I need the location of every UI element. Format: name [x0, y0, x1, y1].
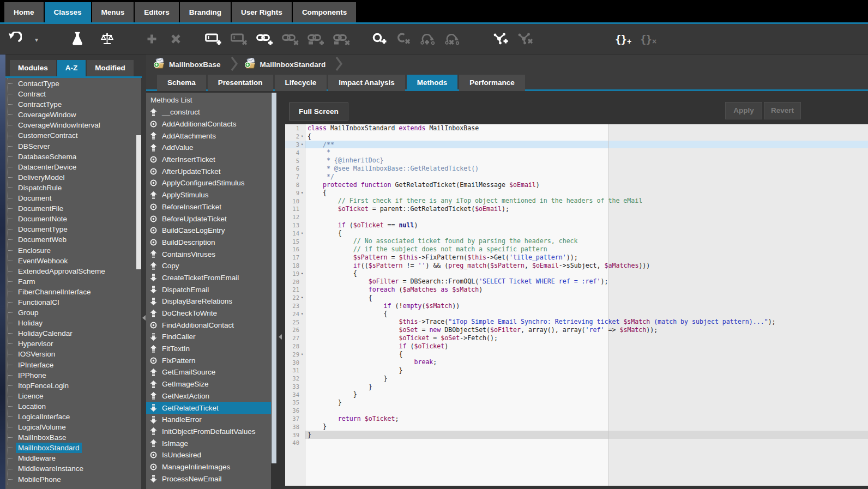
fold-arrow-icon[interactable]: ▾ [299, 142, 305, 147]
top-tab-components[interactable]: Components [293, 2, 357, 22]
class-item-DocumentFile[interactable]: DocumentFile [8, 203, 141, 214]
method-item-IsUndesired[interactable]: IsUndesired [146, 449, 271, 461]
breadcrumb-item-MailInboxStandard[interactable]: MailInboxStandard [244, 58, 326, 71]
method-item-GetEmailSource[interactable]: GetEmailSource [146, 366, 271, 378]
method-item-CreateTicketFromEmail[interactable]: CreateTicketFromEmail [146, 272, 271, 284]
method-item-ContainsViruses[interactable]: ContainsViruses [146, 248, 271, 260]
tab-performance[interactable]: Performance [459, 75, 525, 91]
tab-impact-analysis[interactable]: Impact Analysis [328, 75, 405, 91]
method-item-BuildDescription[interactable]: BuildDescription [146, 237, 271, 249]
methods-list-scrollbar[interactable] [272, 93, 276, 463]
class-item-ContactType[interactable]: ContactType [8, 79, 141, 89]
delete-relation-button[interactable] [517, 30, 533, 49]
top-tab-branding[interactable]: Branding [180, 2, 231, 22]
class-item-MobilePhone[interactable]: MobilePhone [8, 474, 141, 485]
full-screen-button[interactable]: Full Screen [289, 102, 348, 120]
class-item-MailInboxBase[interactable]: MailInboxBase [8, 432, 141, 443]
class-item-DispatchRule[interactable]: DispatchRule [8, 183, 141, 193]
breadcrumb-item-MailInboxBase[interactable]: MailInboxBase [153, 58, 221, 71]
class-item-ContractType[interactable]: ContractType [8, 99, 141, 110]
method-item-AfterInsertTicket[interactable]: AfterInsertTicket [146, 154, 271, 166]
class-item-Location[interactable]: Location [8, 401, 141, 412]
top-tab-user-rights[interactable]: User Rights [232, 2, 292, 22]
tab-methods[interactable]: Methods [407, 75, 458, 91]
add-relation-button[interactable] [493, 30, 509, 49]
delete-method-button[interactable]: {}× [640, 30, 656, 49]
method-item-ManageInlineImages[interactable]: ManageInlineImages [146, 461, 271, 473]
sidebar-tab-modules[interactable]: Modules [10, 60, 56, 76]
method-item-__construct[interactable]: __construct [146, 106, 271, 118]
apply-button[interactable]: Apply [725, 102, 762, 119]
class-item-ItopFenceLogin[interactable]: ItopFenceLogin [8, 381, 141, 391]
method-item-FindAdditionalContact[interactable]: FindAdditionalContact [146, 319, 271, 331]
tab-lifecycle[interactable]: Lifecycle [275, 75, 327, 91]
method-item-GetRelatedTicket[interactable]: GetRelatedTicket [146, 402, 271, 414]
top-tab-editors[interactable]: Editors [135, 2, 179, 22]
method-item-AddAdditionalContacts[interactable]: AddAdditionalContacts [146, 118, 271, 130]
method-item-DoCheckToWrite[interactable]: DoCheckToWrite [146, 307, 271, 319]
compare-scales-button[interactable] [99, 30, 114, 49]
sidebar-tab-modified[interactable]: Modified [87, 60, 134, 76]
delete-button[interactable] [168, 30, 183, 49]
tab-schema[interactable]: Schema [157, 75, 206, 91]
methods-collapse-arrow-icon[interactable] [279, 334, 282, 340]
method-item-DispatchEmail[interactable]: DispatchEmail [146, 283, 271, 295]
method-item-GetNextAction[interactable]: GetNextAction [146, 390, 271, 402]
class-list-scrollbar[interactable] [136, 135, 141, 269]
add-query-button[interactable] [372, 30, 387, 49]
method-item-BuildCaseLogEntry[interactable]: BuildCaseLogEntry [146, 225, 271, 237]
method-item-AfterUpdateTicket[interactable]: AfterUpdateTicket [146, 165, 271, 177]
class-item-IPPhone[interactable]: IPPhone [8, 370, 141, 381]
class-item-ExtendedApprovalScheme[interactable]: ExtendedApprovalScheme [8, 266, 141, 276]
add-link-button[interactable] [256, 30, 273, 49]
method-item-FixPattern[interactable]: FixPattern [146, 354, 271, 366]
undo-dropdown[interactable]: ▾ [31, 30, 46, 49]
method-item-ProcessNewEmail[interactable]: ProcessNewEmail [146, 473, 271, 485]
fold-arrow-icon[interactable]: ▾ [299, 295, 305, 300]
method-item-DisplayBareRelations[interactable]: DisplayBareRelations [146, 295, 271, 307]
method-item-ApplyStimulus[interactable]: ApplyStimulus [146, 189, 271, 201]
sidebar-tab-a-z[interactable]: A-Z [57, 60, 86, 76]
fold-arrow-icon[interactable]: ▾ [299, 271, 305, 276]
revert-button[interactable]: Revert [764, 102, 801, 119]
delete-query-button[interactable] [396, 30, 411, 49]
class-item-DocumentWeb[interactable]: DocumentWeb [8, 234, 141, 245]
class-item-Middleware[interactable]: Middleware [8, 453, 141, 463]
class-item-DocumentType[interactable]: DocumentType [8, 224, 141, 234]
method-item-Copy[interactable]: Copy [146, 260, 271, 272]
fold-arrow-icon[interactable]: ▾ [299, 352, 305, 357]
class-item-LogicalInterface[interactable]: LogicalInterface [8, 412, 141, 422]
sidebar-collapse-arrow-icon[interactable] [142, 315, 146, 321]
method-item-HandleError[interactable]: HandleError [146, 414, 271, 426]
fold-arrow-icon[interactable]: ▾ [299, 312, 305, 316]
class-item-CoverageWindowInterval[interactable]: CoverageWindowInterval [8, 120, 141, 130]
class-item-CoverageWindow[interactable]: CoverageWindow [8, 110, 141, 120]
class-item-FiberChannelInterface[interactable]: FiberChannelInterface [8, 287, 141, 297]
class-item-MailInboxStandard[interactable]: MailInboxStandard [8, 443, 141, 453]
class-item-DatabaseSchema[interactable]: DatabaseSchema [8, 152, 141, 162]
method-item-InitObjectFromDefaultValues[interactable]: InitObjectFromDefaultValues [146, 426, 271, 438]
add-button[interactable] [144, 30, 159, 49]
add-transition-button[interactable] [420, 30, 436, 49]
undo-button[interactable] [7, 30, 22, 49]
class-item-MiddlewareInstance[interactable]: MiddlewareInstance [8, 463, 141, 474]
delete-external-key-button[interactable] [333, 30, 350, 49]
class-item-Group[interactable]: Group [8, 307, 141, 318]
method-item-GetImageSize[interactable]: GetImageSize [146, 378, 271, 390]
delete-link-button[interactable] [282, 30, 299, 49]
top-tab-menus[interactable]: Menus [92, 2, 134, 22]
class-item-DeliveryModel[interactable]: DeliveryModel [8, 172, 141, 183]
fold-arrow-icon[interactable]: ▾ [299, 191, 305, 195]
code-editor[interactable]: 12▾3▾456789▾1011121314▾1516171819▾202122… [285, 124, 868, 486]
class-item-Farm[interactable]: Farm [8, 276, 141, 287]
test-flask-button[interactable] [70, 30, 85, 49]
class-item-EventWebhook[interactable]: EventWebhook [8, 256, 141, 266]
add-method-button[interactable]: {}+ [615, 30, 631, 49]
class-item-DocumentNote[interactable]: DocumentNote [8, 214, 141, 224]
class-item-Hypervisor[interactable]: Hypervisor [8, 339, 141, 349]
delete-field-button[interactable] [231, 30, 248, 49]
fold-arrow-icon[interactable]: ▾ [299, 134, 305, 138]
top-tab-home[interactable]: Home [4, 2, 44, 22]
method-item-BeforeUpdateTicket[interactable]: BeforeUpdateTicket [146, 213, 271, 225]
class-item-FunctionalCI[interactable]: FunctionalCI [8, 297, 141, 307]
